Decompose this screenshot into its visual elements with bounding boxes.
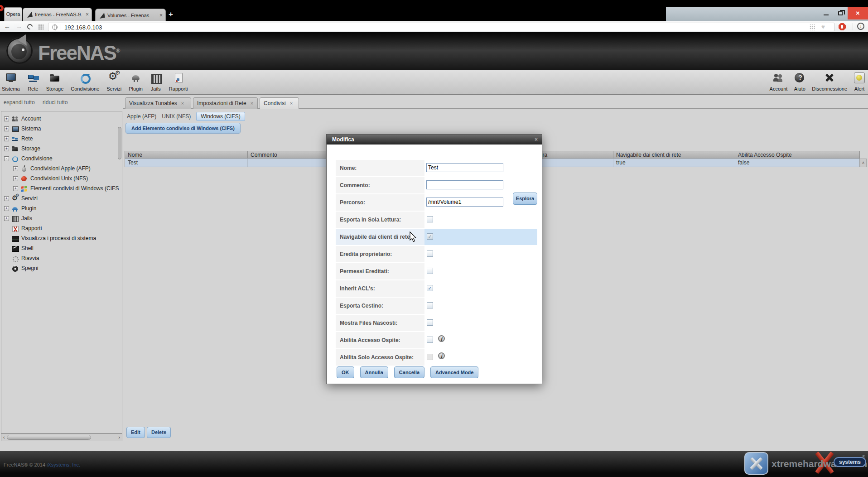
new-tab-button[interactable]: + (169, 10, 173, 19)
toolbar-item-disconnessione[interactable]: Disconnessione (812, 72, 847, 92)
edit-button[interactable]: Edit (126, 427, 145, 438)
expander-icon[interactable]: + (4, 206, 9, 211)
toolbar-item-rete[interactable]: Rete (27, 72, 39, 92)
column-header[interactable]: Nome (125, 151, 248, 158)
tab-close-icon[interactable]: × (86, 11, 89, 18)
tab-impostazioni-di-rete[interactable]: Impostazioni di Rete× (193, 97, 258, 109)
expander-icon[interactable]: + (13, 176, 18, 181)
dialog-close-icon[interactable]: × (535, 136, 538, 143)
advanced-mode-button[interactable]: Advanced Mode (430, 366, 478, 378)
browser-tab-active[interactable]: freenas - FreeNAS-9.2.1.5- × (23, 8, 92, 21)
scroll-up-icon[interactable]: ∧ (860, 159, 867, 167)
close-button[interactable]: × (848, 7, 868, 19)
tree-item-riavvia[interactable]: Riavvia (1, 253, 122, 263)
opera-menu-button[interactable]: Opera (4, 7, 22, 21)
tab-close-icon[interactable]: × (290, 101, 293, 106)
download-icon[interactable]: ↓ (857, 23, 864, 30)
commento-input[interactable] (426, 180, 503, 189)
cancella-button[interactable]: Cancella (394, 366, 424, 378)
expander-icon[interactable]: + (4, 196, 9, 201)
tree-item-cifs[interactable]: +Elementi condivisi di Windows (CIFS (1, 183, 122, 193)
stop-hand-icon[interactable] (839, 23, 846, 30)
scroll-right-icon[interactable]: › (118, 434, 120, 440)
speed-dial-icon[interactable] (38, 24, 43, 30)
tree-item-spegni[interactable]: Spegni (1, 263, 122, 273)
tab-condivisi[interactable]: Condivisi× (260, 97, 299, 109)
tab-visualizza-tunables[interactable]: Visualizza Tunables× (125, 97, 191, 109)
expand-all-link[interactable]: espandi tutto (4, 99, 35, 106)
checkbox[interactable] (427, 216, 433, 222)
nome-input[interactable] (426, 163, 503, 172)
browser-tab-inactive[interactable]: Volumes - Freenas × (95, 9, 166, 21)
expander-icon[interactable]: + (13, 166, 18, 171)
percorso-input[interactable] (426, 198, 503, 207)
checkbox[interactable] (427, 268, 433, 274)
checkbox[interactable] (427, 251, 433, 257)
browse-button[interactable]: Esplora (513, 193, 537, 205)
column-header[interactable]: Abilita Accesso Ospite (735, 151, 858, 158)
scroll-left-icon[interactable]: ‹ (3, 434, 5, 440)
toolbar-item-alert[interactable]: Alert (854, 72, 865, 92)
subtab-unix-nfs[interactable]: UNIX (NFS) (162, 113, 191, 120)
tab-close-icon[interactable]: × (251, 101, 253, 106)
back-icon[interactable]: ← (4, 23, 10, 30)
checkbox[interactable] (427, 337, 433, 343)
toolbar-item-account[interactable]: Account (770, 72, 788, 92)
minimize-button[interactable] (820, 8, 832, 19)
checkbox-disabled[interactable] (427, 354, 433, 360)
tree-item-rapporti[interactable]: Rapporti (1, 223, 122, 233)
ok-button[interactable]: OK (337, 366, 354, 378)
expander-icon[interactable]: + (4, 136, 9, 141)
tree-item-nfs[interactable]: +Condivisioni Unix (NFS) (1, 173, 122, 183)
tab-close-icon[interactable]: × (159, 12, 163, 19)
subtab-windows-cifs[interactable]: Windows (CIFS) (196, 112, 245, 121)
toolbar-item-plugin[interactable]: Plugin (129, 72, 143, 92)
subtab-apple-afp[interactable]: Apple (AFP) (127, 113, 156, 120)
vertical-scrollbar-thumb[interactable] (118, 127, 121, 159)
grid-icon[interactable] (809, 24, 815, 30)
dialog-titlebar[interactable]: Modifica (327, 135, 542, 145)
tree-item-rete[interactable]: +Rete (1, 134, 122, 144)
delete-button[interactable]: Delete (147, 427, 171, 438)
scrollbar-thumb[interactable] (7, 435, 91, 440)
tree-item-servizi[interactable]: +Servizi (1, 193, 122, 203)
tree-item-jails[interactable]: +Jails (1, 213, 122, 223)
horizontal-scrollbar[interactable]: ‹ › (1, 434, 122, 441)
tree-item-plugin[interactable]: +Plugin (1, 203, 122, 213)
site-badge-icon[interactable] (52, 24, 58, 30)
collapse-all-link[interactable]: riduci tutto (43, 99, 68, 106)
ixsystems-link[interactable]: iXsystems, Inc. (47, 462, 80, 467)
checkbox[interactable] (427, 302, 433, 308)
toolbar-item-servizi[interactable]: Servizi (106, 72, 121, 92)
info-icon[interactable]: i (438, 352, 445, 359)
tree-item-storage[interactable]: +Storage (1, 144, 122, 154)
toolbar-item-storage[interactable]: Storage (46, 72, 64, 92)
add-cifs-share-button[interactable]: Add Elemento condiviso di Windows (CIFS) (125, 123, 241, 134)
checkbox[interactable] (427, 319, 433, 326)
toolbar-item-condivisione[interactable]: Condivisione (71, 72, 99, 92)
collapse-icon[interactable]: - (4, 156, 9, 161)
checkbox-checked[interactable]: ✓ (427, 285, 433, 291)
annulla-button[interactable]: Annulla (360, 366, 388, 378)
expander-icon[interactable]: + (4, 126, 9, 131)
expander-icon[interactable]: + (4, 116, 9, 121)
tree-item-processi[interactable]: Visualizza i processi di sistema (1, 233, 122, 243)
info-icon[interactable]: i (438, 335, 445, 342)
expander-icon[interactable]: + (4, 146, 9, 151)
reload-icon[interactable] (26, 23, 34, 31)
tree-item-afp[interactable]: +Condivisioni Apple (AFP) (1, 164, 122, 173)
restore-button[interactable] (834, 8, 846, 19)
tree-item-account[interactable]: +Account (1, 114, 122, 124)
tree-item-condivisione[interactable]: -Condivisione (1, 154, 122, 164)
url-text[interactable]: 192.168.0.103 (64, 24, 102, 31)
toolbar-item-sistema[interactable]: Sistema (2, 72, 20, 92)
expander-icon[interactable]: + (4, 216, 9, 221)
url-input[interactable]: 192.168.0.103 ♥ (48, 23, 834, 31)
column-header[interactable]: Navigabile dai client di rete (613, 151, 735, 158)
tree-item-shell[interactable]: Shell (1, 243, 122, 253)
heart-icon[interactable]: ♥ (821, 23, 825, 30)
expander-icon[interactable]: + (13, 186, 18, 191)
toolbar-item-jails[interactable]: Jails (150, 72, 162, 92)
toolbar-item-aiuto[interactable]: Aiuto (794, 72, 805, 92)
tree-item-sistema[interactable]: +Sistema (1, 124, 122, 134)
